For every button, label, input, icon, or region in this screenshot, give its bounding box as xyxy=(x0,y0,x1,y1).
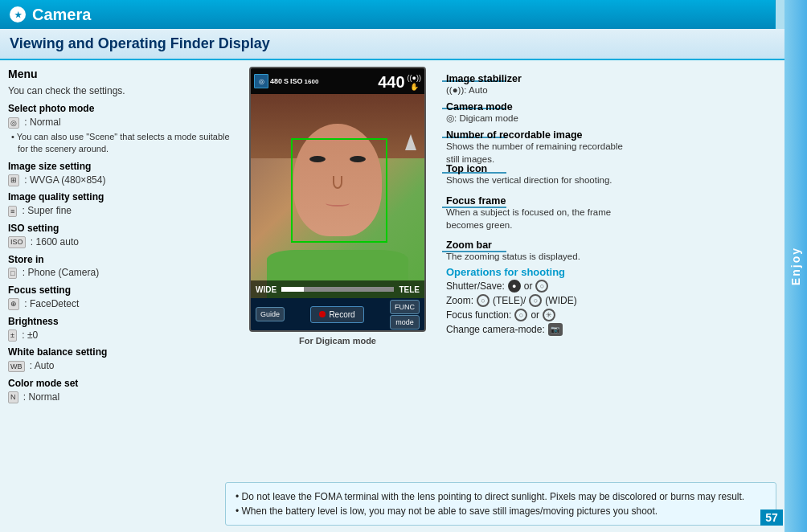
setting-value-image-size: ⊞ : WVGA (480×854) xyxy=(8,174,233,187)
guide-button[interactable]: Guide xyxy=(256,307,285,321)
operations-title: Operations for shooting xyxy=(446,266,577,278)
callout-image-stabilizer: Image stabilizer ((●)): Auto xyxy=(446,73,522,97)
ops-change-camera-mode: Change camera-mode: 📷 xyxy=(446,323,577,336)
camera-mode-icon: ◎ xyxy=(446,113,454,123)
setting-color-mode: Color mode set N : Normal xyxy=(8,377,233,404)
setting-value-store-in: □ : Phone (Camera) xyxy=(8,266,233,280)
zoom-tele-label: TELE xyxy=(399,285,420,294)
page-number: 57 xyxy=(760,509,783,526)
zoom-fill xyxy=(281,287,304,292)
section-title: Viewing and Operating Finder Display xyxy=(10,35,270,51)
setting-value-brightness: ± : ±0 xyxy=(8,329,233,342)
setting-store-in: Store in □ : Phone (Camera) xyxy=(8,253,233,280)
image-quality-icon: ≡ xyxy=(8,206,17,218)
shutter-circle-icon: ○ xyxy=(535,280,548,293)
bottom-note-box: Do not leave the FOMA terminal with the … xyxy=(225,482,776,526)
setting-brightness: Brightness ± : ±0 xyxy=(8,315,233,342)
setting-value-image-quality: ≡ : Super fine xyxy=(8,204,233,218)
setting-focus: Focus setting ⊕ : FaceDetect xyxy=(8,284,233,311)
setting-title-image-size: Image size setting xyxy=(8,160,233,174)
image-stabilizer-title: Image stabilizer xyxy=(446,73,522,84)
iso-icon: ISO xyxy=(8,236,26,248)
setting-title-color-mode: Color mode set xyxy=(8,377,233,391)
operations-section: Operations for shooting Shutter/Save: ● … xyxy=(446,266,577,336)
setting-value-white-balance: WB : Auto xyxy=(8,359,233,373)
setting-value-photo-mode: ◎ : Normal xyxy=(8,116,233,129)
right-panel: Image stabilizer ((●)): Auto Camera mode… xyxy=(442,67,799,504)
ops-focus-function: Focus function: ○ or ✳ xyxy=(446,309,577,321)
recordable-image-desc: Shows the number of remaining recordable… xyxy=(446,141,623,166)
top-icon-title: Top icon xyxy=(446,163,612,174)
func-mode-buttons: FUNC mode xyxy=(390,300,420,329)
setting-title-brightness: Brightness xyxy=(8,315,233,329)
focus-circle-icon: ○ xyxy=(514,309,527,321)
setting-value-focus: ⊕ : FaceDetect xyxy=(8,297,233,311)
zoom-wide-circle-icon: ○ xyxy=(529,294,542,307)
ops-zoom: Zoom: ○ (TELE)/ ○ (WIDE) xyxy=(446,294,577,307)
record-dot-icon xyxy=(319,311,326,317)
focus-frame-desc: When a subject is focused on, the frameb… xyxy=(446,207,611,231)
zoom-bar-title: Zoom bar xyxy=(446,239,580,251)
photo-mode-note: You can also use "Scene" that selects a … xyxy=(8,131,233,156)
image-size-icon: ⊞ xyxy=(8,174,19,186)
white-balance-icon: WB xyxy=(8,361,25,373)
camera-counter: 440 xyxy=(378,73,404,92)
callout-zoom-bar: Zoom bar The zooming status is displayed… xyxy=(446,239,580,264)
setting-image-quality: Image quality setting ≡ : Super fine xyxy=(8,190,233,218)
bottom-note-1: Do not leave the FOMA terminal with the … xyxy=(236,489,766,504)
setting-white-balance: White balance setting WB : Auto xyxy=(8,346,233,373)
mode-button[interactable]: mode xyxy=(390,315,420,329)
top-icon-desc: Shows the vertical direction for shootin… xyxy=(446,174,612,187)
section-title-bar: Viewing and Operating Finder Display xyxy=(0,29,807,60)
color-mode-icon: N xyxy=(8,391,18,403)
stabilizer-icon: ((●)) xyxy=(446,85,464,95)
main-content: Menu You can check the settings. Select … xyxy=(0,60,807,510)
focus-icon: ⊕ xyxy=(8,298,19,310)
camera-top-icons: ((●)) ✋ xyxy=(408,74,421,91)
setting-value-iso: ISO : 1600 auto xyxy=(8,235,233,249)
focus-frame-title: Focus frame xyxy=(446,195,611,207)
callout-camera-mode: Camera mode ◎: Digicam mode xyxy=(446,101,518,125)
header-title: Camera xyxy=(32,6,91,24)
setting-title-white-balance: White balance setting xyxy=(8,346,233,359)
callout-top-icon: Top icon Shows the vertical direction fo… xyxy=(446,163,612,187)
cam-mode-icon: ◎ xyxy=(254,74,268,88)
func-button[interactable]: FUNC xyxy=(390,300,420,314)
camera-mode-desc: ◎: Digicam mode xyxy=(446,113,518,125)
setting-title-store-in: Store in xyxy=(8,253,233,267)
record-button[interactable]: Record xyxy=(310,306,363,323)
camera-zoom-bar: WIDE TELE xyxy=(251,280,424,298)
camera-mode-title: Camera mode xyxy=(446,101,518,113)
callout-focus-frame: Focus frame When a subject is focused on… xyxy=(446,195,611,231)
camera-top-bar: ◎ 480 S ISO 1600 440 ((●)) ✋ xyxy=(251,68,424,94)
camera-counter-area: 440 ((●)) ✋ xyxy=(378,73,421,92)
camera-bottom-bar: Guide Record FUNC mode xyxy=(251,298,424,330)
setting-title-photo-mode: Select photo mode xyxy=(8,102,233,116)
zoom-bar-desc: The zooming status is displayed. xyxy=(446,251,580,264)
bottom-note-2: When the battery level is low, you may n… xyxy=(236,504,766,518)
center-panel: ◎ 480 S ISO 1600 440 ((●)) ✋ ◉ ±0 AUTO N… xyxy=(241,67,434,504)
recordable-image-title: Number of recordable image xyxy=(446,129,623,141)
image-stabilizer-desc: ((●)): Auto xyxy=(446,84,522,97)
setting-iso: ISO setting ISO : 1600 auto xyxy=(8,222,233,249)
shutter-filled-circle-icon: ● xyxy=(508,280,521,293)
logo-icon: ★ xyxy=(10,6,26,23)
enjoy-label: Enjoy xyxy=(789,247,802,285)
setting-select-photo-mode: Select photo mode ◎ : Normal You can als… xyxy=(8,102,233,155)
zoom-tele-circle-icon: ○ xyxy=(477,294,490,307)
menu-label: Menu xyxy=(8,67,233,83)
ops-shutter-save: Shutter/Save: ● or ○ xyxy=(446,280,577,293)
setting-value-color-mode: N : Normal xyxy=(8,391,233,404)
left-panel: Menu You can check the settings. Select … xyxy=(8,67,233,504)
face-detection-box xyxy=(291,138,387,243)
header-bar: ★ Camera xyxy=(0,0,807,29)
store-in-icon: □ xyxy=(8,268,17,280)
focus-star-icon: ✳ xyxy=(543,309,555,321)
callout-recordable-image: Number of recordable image Shows the num… xyxy=(446,129,623,166)
setting-title-iso: ISO setting xyxy=(8,222,233,235)
setting-image-size: Image size setting ⊞ : WVGA (480×854) xyxy=(8,160,233,187)
digicam-caption: For Digicam mode xyxy=(299,336,376,346)
photo-mode-icon: ◎ xyxy=(8,117,19,129)
camera-frame: ◎ 480 S ISO 1600 440 ((●)) ✋ ◉ ±0 AUTO N… xyxy=(249,67,426,332)
brightness-icon: ± xyxy=(8,329,17,342)
